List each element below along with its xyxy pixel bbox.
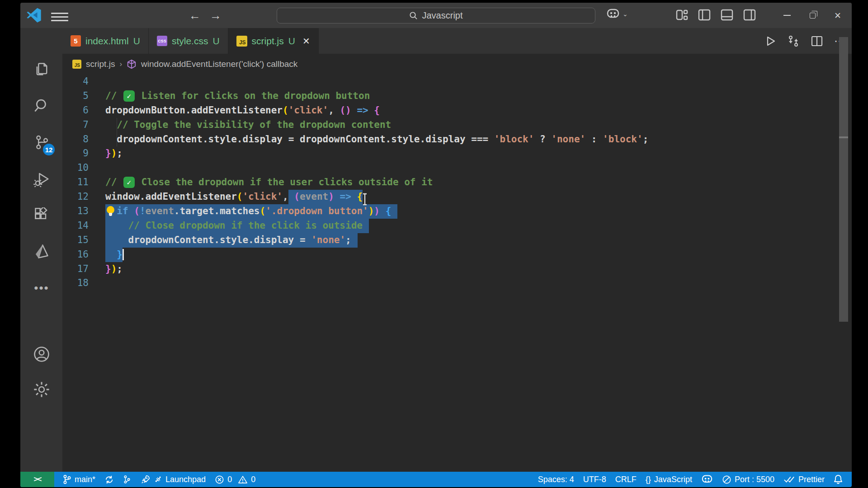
sync-changes-button[interactable] (100, 472, 118, 487)
tab-close-icon[interactable]: ✕ (302, 36, 310, 47)
close-button[interactable]: ✕ (825, 3, 850, 28)
code-token: , (328, 103, 340, 118)
code-token (105, 219, 128, 233)
code-token: display (254, 233, 294, 248)
git-branch-item[interactable]: main* (58, 472, 100, 487)
language-mode-item[interactable]: {} JavaScript (641, 472, 697, 487)
tab-index-html[interactable]: 5 index.html U (62, 28, 149, 54)
code-token: // (105, 89, 123, 103)
code-line[interactable]: 7 // Toggle the visibility of the dropdo… (62, 118, 852, 132)
extensions-icon[interactable] (30, 204, 53, 227)
tab-script-js[interactable]: JS script.js U ✕ (228, 28, 319, 54)
css-file-icon: CSS (157, 36, 167, 46)
split-editor-icon[interactable] (811, 35, 823, 47)
command-center-text: Javascript (422, 10, 462, 21)
account-icon[interactable] (30, 343, 53, 366)
line-number: 6 (62, 103, 89, 118)
search-view-icon[interactable] (30, 94, 53, 117)
navigate-forward-button[interactable]: → (208, 7, 224, 23)
code-line[interactable]: 16 } (62, 248, 852, 262)
more-views-icon[interactable]: ••• (30, 277, 53, 299)
code-token: window (105, 190, 140, 204)
notifications-bell-button[interactable] (829, 472, 847, 487)
explorer-icon[interactable] (30, 58, 53, 81)
copilot-status-button[interactable] (697, 472, 717, 487)
sync-icon (104, 475, 114, 484)
indentation-item[interactable]: Spaces: 4 (533, 472, 579, 487)
customize-layout-icon[interactable] (675, 8, 689, 22)
code-token: style (208, 132, 237, 147)
code-line[interactable]: 6dropdownButton.addEventListener('click'… (62, 103, 852, 118)
vertical-scrollbar[interactable] (839, 37, 848, 322)
line-number: 15 (62, 233, 89, 248)
code-token: dropdownContent (128, 233, 214, 248)
run-debug-icon[interactable] (30, 168, 53, 190)
code-token: addEventListener (146, 190, 237, 204)
code-token: 'click' (242, 190, 283, 204)
code-token: . (386, 132, 392, 147)
remote-indicator[interactable]: >< (20, 472, 54, 487)
code-token: ; (117, 262, 123, 277)
code-token: () (340, 103, 351, 118)
vscode-window: ← → Javascript ⌄ (20, 3, 852, 487)
run-file-icon[interactable] (764, 35, 776, 47)
open-changes-icon[interactable] (787, 35, 800, 47)
code-token: if (117, 204, 128, 219)
eol-item[interactable]: CRLF (611, 472, 641, 487)
git-graph-button[interactable] (118, 472, 136, 487)
rocket-icon (140, 474, 151, 484)
code-token: ! (140, 204, 146, 219)
code-token: target (179, 204, 214, 219)
menu-hamburger-icon[interactable] (51, 10, 68, 20)
code-line[interactable]: 17}); (62, 262, 852, 277)
git-graph-icon (123, 474, 131, 484)
code-line[interactable]: 18 (62, 276, 852, 291)
code-token: Listen for clicks on the dropdown button (136, 89, 370, 103)
code-line[interactable]: 9}); (62, 146, 852, 161)
code-line[interactable]: 13 if (!event.target.matches('.dropdown … (62, 204, 852, 219)
line-number: 17 (62, 262, 89, 277)
errors-icon (215, 475, 224, 484)
toggle-secondary-sidebar-icon[interactable] (743, 8, 756, 22)
line-number: 11 (62, 175, 89, 190)
formatter-button[interactable]: Prettier (779, 472, 829, 487)
toggle-panel-icon[interactable] (720, 8, 734, 22)
code-token: addEventListener (191, 103, 283, 118)
lightbulb-icon[interactable] (106, 206, 115, 217)
problems-button[interactable]: 0 0 (210, 472, 260, 487)
command-center-search[interactable]: Javascript (277, 8, 595, 23)
breadcrumb-file[interactable]: script.js (86, 59, 115, 69)
code-line[interactable]: 5// ✓ Listen for clicks on the dropdown … (62, 89, 852, 103)
code-editor[interactable]: 45// ✓ Listen for clicks on the dropdown… (62, 75, 852, 472)
code-line[interactable]: 14 // Close dropdown if the click is out… (62, 219, 852, 233)
code-line[interactable]: 4 (62, 75, 852, 89)
navigate-back-button[interactable]: ← (187, 7, 203, 23)
error-count: 0 (227, 475, 232, 484)
breadcrumb-symbol[interactable]: window.addEventListener('click') callbac… (141, 59, 297, 69)
code-token: // (105, 175, 123, 190)
source-control-icon[interactable]: 12 (30, 131, 53, 154)
activity-bar: 12 ••• (20, 28, 62, 472)
launchpad-button[interactable]: Launchpad (136, 472, 210, 487)
encoding-item[interactable]: UTF-8 (579, 472, 611, 487)
live-server-port-button[interactable]: Port : 5500 (717, 472, 779, 487)
code-line[interactable]: 11// ✓ Close the dropdown if the user cl… (62, 175, 852, 190)
code-token (105, 248, 117, 262)
scrollbar-selection-mark (839, 136, 848, 138)
code-line[interactable]: 12window.addEventListener('click', (even… (62, 190, 852, 204)
code-token: ) (111, 262, 117, 277)
restore-button[interactable] (800, 3, 825, 28)
prism-extension-icon[interactable] (30, 240, 53, 263)
code-token: ) (368, 204, 374, 219)
code-token: ( (283, 103, 288, 118)
settings-gear-icon[interactable] (30, 378, 53, 401)
copilot-button[interactable]: ⌄ (606, 8, 628, 20)
tab-style-css[interactable]: CSS style.css U (149, 28, 228, 54)
code-line[interactable]: 10 (62, 161, 852, 175)
code-token: style (220, 233, 248, 248)
minimize-button[interactable] (774, 3, 800, 28)
toggle-primary-sidebar-icon[interactable] (698, 8, 711, 22)
code-line[interactable]: 15 dropdownContent.style.display = 'none… (62, 233, 852, 248)
code-line[interactable]: 8 dropdownContent.style.display = dropdo… (62, 132, 852, 147)
code-token (334, 190, 340, 204)
